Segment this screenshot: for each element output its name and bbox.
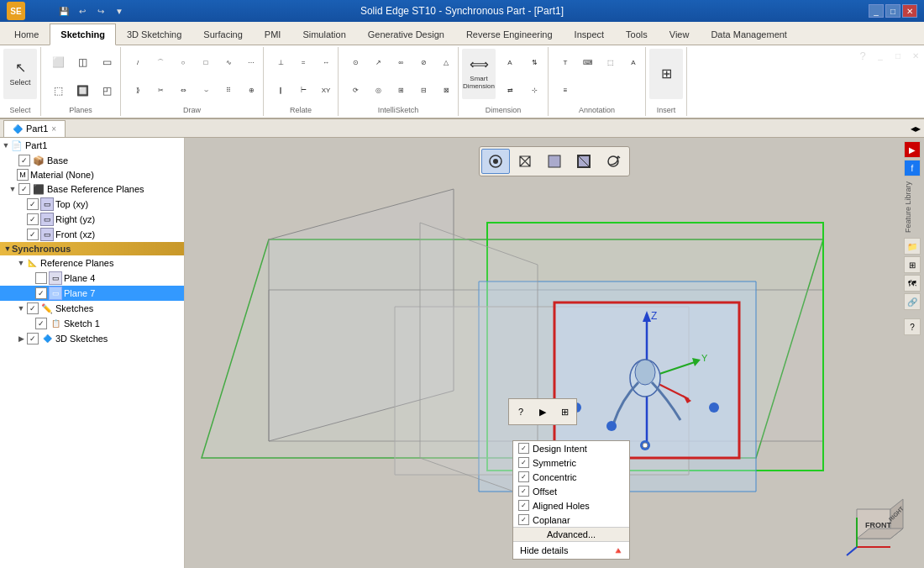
ann-btn-4[interactable]: A xyxy=(620,49,647,76)
ref-planes-expand[interactable]: ▼ xyxy=(17,259,25,267)
base-ref-expand[interactable]: ▼ xyxy=(8,185,17,193)
tree-item-base-ref-planes[interactable]: ▼ ⬛ Base Reference Planes xyxy=(0,181,184,197)
tree-item-3d-sketches[interactable]: ▶ 🔷 3D Sketches xyxy=(0,331,184,346)
tree-item-sketches[interactable]: ▼ ✏️ Sketches xyxy=(0,301,184,316)
right-check[interactable] xyxy=(27,213,39,225)
base-check[interactable] xyxy=(18,155,30,166)
sketches-expand[interactable]: ▼ xyxy=(17,304,25,313)
tab-reverse-engineering[interactable]: Reverse Engineering xyxy=(455,23,564,45)
insert-button[interactable]: ⊞ xyxy=(649,49,683,99)
fp-lib-btn-1[interactable]: 📁 xyxy=(904,238,921,255)
fp-lib-btn-2[interactable]: ⊞ xyxy=(904,256,921,273)
sketches3d-expand[interactable]: ▶ xyxy=(17,334,25,343)
vt-wireframe-button[interactable] xyxy=(511,149,539,174)
tree-item-top[interactable]: ▭ Top (xy) xyxy=(0,197,184,212)
minimize-button[interactable]: _ xyxy=(869,4,884,18)
draw-coord[interactable]: ⊕ xyxy=(238,77,265,104)
plane-btn-4[interactable]: ⬚ xyxy=(45,77,71,104)
front-check[interactable] xyxy=(27,229,39,240)
tree-item-ref-planes[interactable]: ▼ 📐 Reference Planes xyxy=(0,255,184,271)
ribbon-close-btn[interactable]: ✕ xyxy=(907,47,924,64)
dim-btn-3[interactable]: ⇄ xyxy=(496,76,523,103)
tree-item-base[interactable]: 📦 Base xyxy=(0,153,184,168)
is-btn-5[interactable]: △ xyxy=(433,49,459,76)
concentric-check[interactable] xyxy=(518,471,529,482)
coplanar-check[interactable] xyxy=(518,514,529,525)
tab-sketching[interactable]: Sketching xyxy=(50,24,116,45)
aligned-holes-check[interactable] xyxy=(518,500,529,511)
tab-surfacing[interactable]: Surfacing xyxy=(192,23,253,45)
sketch1-check[interactable] xyxy=(35,318,47,329)
advanced-button[interactable]: Advanced... xyxy=(513,527,629,541)
expand-icon[interactable]: ▼ xyxy=(2,141,10,150)
ribbon-restore-btn[interactable]: □ xyxy=(890,47,906,64)
ann-btn-5[interactable]: ≡ xyxy=(552,77,579,104)
plane4-check[interactable] xyxy=(35,272,47,284)
base-expand[interactable] xyxy=(8,156,17,165)
tab-data-management[interactable]: Data Management xyxy=(700,23,798,45)
tab-simulation[interactable]: Simulation xyxy=(291,23,356,45)
relate-btn-6[interactable]: XY xyxy=(312,77,339,104)
symmetric-check[interactable] xyxy=(518,457,529,468)
help-icon[interactable]: ? xyxy=(854,47,871,64)
tab-home[interactable]: Home xyxy=(3,23,50,45)
top-check[interactable] xyxy=(27,198,39,210)
redo-button[interactable]: ↪ xyxy=(92,3,109,19)
vt-camera-button[interactable] xyxy=(481,149,510,174)
smart-dimension-button[interactable]: ⟺ SmartDimension xyxy=(462,49,496,99)
sync-expand[interactable]: ▼ xyxy=(3,245,12,253)
relate-btn-3[interactable]: ↔ xyxy=(312,49,339,76)
plane-btn-2[interactable]: ◫ xyxy=(69,49,96,76)
tab-pmi[interactable]: PMI xyxy=(254,23,292,45)
corner-cube[interactable]: FRONT RIGHT xyxy=(840,492,899,551)
tab-inspect[interactable]: Inspect xyxy=(564,23,615,45)
tree-item-sketch1[interactable]: 📋 Sketch 1 xyxy=(0,316,184,331)
undo-button[interactable]: ↩ xyxy=(74,3,91,19)
plane-btn-1[interactable]: ⬜ xyxy=(45,49,71,76)
tree-item-synchronous[interactable]: ▼ Synchronous xyxy=(0,242,184,255)
popup-add-btn[interactable]: ⊞ xyxy=(554,402,575,421)
doc-tab-part1[interactable]: 🔷 Part1 × xyxy=(3,120,66,137)
dim-btn-1[interactable]: A xyxy=(496,49,523,76)
vt-shaded-button[interactable] xyxy=(540,149,569,174)
tree-item-right[interactable]: ▭ Right (yz) xyxy=(0,212,184,227)
tab-view[interactable]: View xyxy=(659,23,701,45)
fp-lib-btn-4[interactable]: 🔗 xyxy=(904,293,921,310)
tab-tools[interactable]: Tools xyxy=(615,23,659,45)
fp-facebook-btn[interactable]: f xyxy=(904,160,921,176)
fp-help-btn[interactable]: ? xyxy=(904,318,921,335)
save-button[interactable]: 💾 xyxy=(55,3,72,19)
tab-generative-design[interactable]: Generative Design xyxy=(357,23,455,45)
design-intent-check[interactable] xyxy=(518,443,529,454)
dim-btn-2[interactable]: ⇅ xyxy=(521,49,548,76)
is-btn-10[interactable]: ⊠ xyxy=(433,77,459,104)
fp-lib-btn-3[interactable]: 🗺 xyxy=(904,275,921,292)
offset-check[interactable] xyxy=(518,486,529,497)
ribbon-minimize-btn[interactable]: _ xyxy=(872,47,889,64)
popup-play-btn[interactable]: ▶ xyxy=(533,402,553,421)
tree-item-plane7[interactable]: ▭ Plane 7 xyxy=(0,286,184,301)
plane7-check[interactable] xyxy=(35,287,47,299)
plane-btn-3[interactable]: ▭ xyxy=(93,49,120,76)
tree-item-part1[interactable]: ▼ 📄 Part1 xyxy=(0,138,184,153)
close-button[interactable]: ✕ xyxy=(902,4,917,18)
hide-details-button[interactable]: Hide details xyxy=(518,544,612,557)
tab-nav-right[interactable]: ▸ xyxy=(916,123,921,134)
quick-access-dropdown[interactable]: ▼ xyxy=(111,3,128,19)
sketches3d-check[interactable] xyxy=(27,333,39,344)
tree-item-front[interactable]: ▭ Front (xz) xyxy=(0,227,184,242)
tab-3d-sketching[interactable]: 3D Sketching xyxy=(116,23,192,45)
tree-item-material[interactable]: M Material (None) xyxy=(0,168,184,181)
fp-youtube-btn[interactable]: ▶ xyxy=(904,141,921,158)
popup-help-btn[interactable]: ? xyxy=(511,402,531,421)
vt-rotate-button[interactable] xyxy=(599,149,627,174)
draw-more[interactable]: ⋯ xyxy=(238,49,265,76)
select-tool-button[interactable]: ↖ Select xyxy=(3,49,37,99)
sketches-check[interactable] xyxy=(27,302,39,314)
doc-tab-close[interactable]: × xyxy=(51,124,56,134)
plane-btn-5[interactable]: 🔲 xyxy=(69,77,96,104)
tree-item-plane4[interactable]: ▭ Plane 4 xyxy=(0,271,184,286)
plane-btn-6[interactable]: ◰ xyxy=(93,77,120,104)
vt-shaded-edges-button[interactable] xyxy=(570,149,598,174)
base-ref-check[interactable] xyxy=(18,183,30,195)
